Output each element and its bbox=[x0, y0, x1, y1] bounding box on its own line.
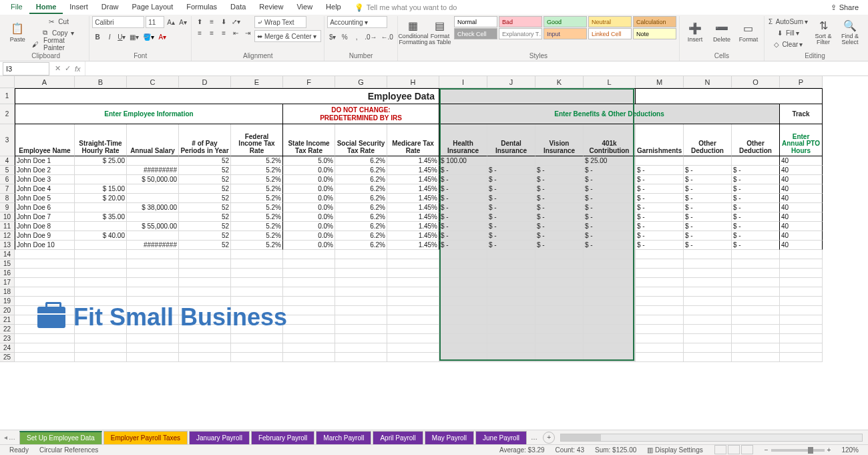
cell[interactable]: $ - bbox=[732, 175, 780, 184]
cell[interactable]: 52 bbox=[179, 203, 231, 212]
cell[interactable] bbox=[387, 287, 439, 297]
worksheet-grid[interactable]: ABCDEFGHIJKLMNOP 12345678910111213141516… bbox=[0, 76, 868, 436]
cell[interactable]: $ 35.00 bbox=[75, 212, 127, 222]
row-header-14[interactable]: 14 bbox=[0, 250, 15, 259]
cell[interactable] bbox=[780, 334, 823, 343]
cell[interactable]: 5.2% bbox=[231, 166, 283, 175]
cell[interactable] bbox=[535, 287, 584, 297]
cell[interactable]: $ - bbox=[684, 175, 732, 184]
cell[interactable]: 1.45% bbox=[387, 166, 439, 175]
cell[interactable] bbox=[780, 353, 823, 362]
tab-nav-prev-icon[interactable]: … bbox=[9, 434, 15, 441]
cell[interactable]: $ - bbox=[684, 241, 732, 250]
cell[interactable] bbox=[439, 269, 487, 278]
cell[interactable]: $ - bbox=[487, 194, 535, 203]
cell[interactable]: $ - bbox=[732, 166, 780, 175]
cell[interactable]: $ - bbox=[439, 203, 487, 212]
cell[interactable]: $ - bbox=[684, 184, 732, 194]
cell[interactable] bbox=[179, 353, 231, 362]
cell[interactable]: Employee Name bbox=[15, 124, 75, 156]
cell[interactable] bbox=[75, 222, 127, 231]
display-settings-button[interactable]: ▥ Display Settings bbox=[642, 446, 708, 454]
cell[interactable] bbox=[535, 278, 584, 287]
cell[interactable]: $ - bbox=[636, 241, 684, 250]
cell[interactable]: 1.45% bbox=[387, 194, 439, 203]
column-headers[interactable]: ABCDEFGHIJKLMNOP bbox=[15, 76, 823, 88]
cell[interactable] bbox=[487, 334, 535, 343]
row-header-11[interactable]: 11 bbox=[0, 222, 15, 231]
cell[interactable] bbox=[636, 306, 684, 315]
cell[interactable] bbox=[283, 315, 335, 325]
cell[interactable] bbox=[780, 325, 823, 334]
indent-increase-button[interactable]: ⇥ bbox=[242, 27, 253, 38]
cell[interactable]: 5.2% bbox=[231, 212, 283, 222]
cell[interactable] bbox=[335, 259, 387, 269]
cell[interactable] bbox=[584, 278, 636, 287]
row-header-24[interactable]: 24 bbox=[0, 343, 15, 353]
cell[interactable]: Annual Salary bbox=[127, 124, 179, 156]
font-name-select[interactable]: Calibri bbox=[92, 16, 144, 28]
cell[interactable]: $ - bbox=[684, 194, 732, 203]
cell[interactable]: $ 55,000.00 bbox=[127, 222, 179, 231]
cell[interactable]: $ - bbox=[535, 166, 584, 175]
cell[interactable]: 401k Contribution bbox=[584, 124, 636, 156]
cell[interactable]: 0.0% bbox=[283, 231, 335, 241]
cell[interactable]: Enter Employee Information bbox=[15, 104, 283, 124]
percent-format-button[interactable]: % bbox=[339, 31, 350, 42]
cell[interactable]: $ - bbox=[535, 222, 584, 231]
cell[interactable]: 52 bbox=[179, 241, 231, 250]
sheet-tab-february-payroll[interactable]: February Payroll bbox=[251, 431, 314, 444]
cell[interactable] bbox=[487, 269, 535, 278]
underline-button[interactable]: U▾ bbox=[116, 31, 127, 42]
cell[interactable] bbox=[335, 250, 387, 259]
cell[interactable] bbox=[684, 287, 732, 297]
cell[interactable] bbox=[535, 156, 584, 166]
cell[interactable] bbox=[231, 269, 283, 278]
autosum-button[interactable]: Σ AutoSum▾ bbox=[767, 16, 809, 27]
col-header-J[interactable]: J bbox=[487, 76, 535, 88]
format-cells-button[interactable]: ▭Format bbox=[736, 16, 761, 48]
cell[interactable]: John Doe 8 bbox=[15, 222, 75, 231]
cell[interactable] bbox=[732, 278, 780, 287]
view-buttons[interactable] bbox=[708, 445, 759, 456]
cell[interactable] bbox=[487, 353, 535, 362]
cell[interactable] bbox=[127, 278, 179, 287]
cell[interactable] bbox=[636, 343, 684, 353]
cell[interactable] bbox=[535, 325, 584, 334]
cell[interactable] bbox=[231, 353, 283, 362]
merge-center-button[interactable]: ⬌ Merge & Center ▾ bbox=[254, 30, 321, 42]
cell[interactable] bbox=[684, 250, 732, 259]
cell[interactable] bbox=[732, 334, 780, 343]
row-header-13[interactable]: 13 bbox=[0, 241, 15, 250]
cell[interactable] bbox=[636, 334, 684, 343]
cell[interactable] bbox=[780, 297, 823, 306]
row-header-25[interactable]: 25 bbox=[0, 353, 15, 362]
row-header-1[interactable]: 1 bbox=[0, 88, 15, 104]
menu-home[interactable]: Home bbox=[29, 1, 63, 14]
cell-style-normal[interactable]: Normal bbox=[454, 16, 497, 27]
cell[interactable] bbox=[127, 353, 179, 362]
cell[interactable]: 6.2% bbox=[335, 241, 387, 250]
menu-formulas[interactable]: Formulas bbox=[180, 1, 224, 14]
cell[interactable] bbox=[535, 334, 584, 343]
cell[interactable]: 0.0% bbox=[283, 212, 335, 222]
cell[interactable] bbox=[780, 269, 823, 278]
cell[interactable] bbox=[732, 259, 780, 269]
cell[interactable]: $ - bbox=[684, 212, 732, 222]
row-header-5[interactable]: 5 bbox=[0, 166, 15, 175]
cell[interactable]: 1.45% bbox=[387, 203, 439, 212]
cell[interactable]: $ - bbox=[584, 241, 636, 250]
cell[interactable]: $ - bbox=[636, 222, 684, 231]
cell[interactable] bbox=[684, 343, 732, 353]
insert-cells-button[interactable]: ➕Insert bbox=[682, 16, 708, 48]
cell[interactable] bbox=[127, 194, 179, 203]
cell[interactable] bbox=[15, 334, 75, 343]
cell[interactable]: 5.2% bbox=[231, 231, 283, 241]
cell[interactable] bbox=[684, 353, 732, 362]
cell[interactable]: $ - bbox=[439, 241, 487, 250]
cell[interactable]: $ - bbox=[584, 212, 636, 222]
cell[interactable]: 5.2% bbox=[231, 184, 283, 194]
cell[interactable] bbox=[283, 306, 335, 315]
cell[interactable] bbox=[535, 306, 584, 315]
cell[interactable]: 5.2% bbox=[231, 156, 283, 166]
